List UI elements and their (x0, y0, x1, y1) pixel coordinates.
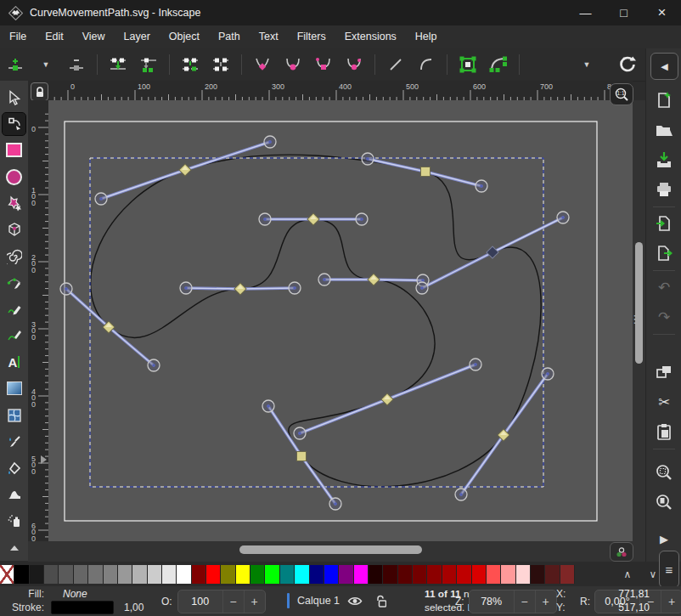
palette-swatch[interactable] (0, 565, 14, 584)
fill-stroke-indicator[interactable]: Fill: None Stroke: 1,00 (3, 587, 160, 614)
tool-paint-bucket[interactable] (3, 457, 25, 479)
tool-selector[interactable] (3, 87, 25, 109)
palette-swatch[interactable] (88, 565, 103, 584)
palette-swatch[interactable] (457, 565, 471, 584)
palette-swatch[interactable] (413, 565, 427, 584)
undo-button[interactable]: ↶ (646, 276, 681, 298)
tool-pen[interactable] (3, 272, 25, 294)
menu-item-edit[interactable]: Edit (36, 25, 73, 48)
make-corner-node-button[interactable] (251, 53, 273, 76)
fill-value[interactable]: None (63, 588, 87, 601)
tool-node-editor[interactable] (3, 113, 25, 135)
tool-box3d[interactable] (3, 218, 25, 240)
duplicate-button[interactable] (646, 361, 681, 383)
insert-node-button[interactable] (4, 53, 26, 76)
rotate-handles-button[interactable] (616, 53, 639, 76)
cut-button[interactable]: ✂ (646, 391, 681, 413)
zoom-spinbox[interactable]: 78% − + (469, 590, 557, 613)
vertical-scrollbar-thumb[interactable] (635, 242, 643, 364)
make-symmetric-node-button[interactable] (312, 53, 335, 76)
layer-name[interactable]: Calque 1 (297, 595, 340, 607)
palette-swatch[interactable] (206, 565, 221, 584)
palette-swatch[interactable] (192, 565, 206, 584)
join-nodes-button[interactable] (107, 53, 129, 76)
palette-swatch[interactable] (398, 565, 413, 584)
palette-swatch[interactable] (14, 565, 29, 584)
palette-swatch[interactable] (236, 565, 250, 584)
palette-swatch[interactable] (59, 565, 73, 584)
collapse-panel-button[interactable]: ◀ (650, 53, 678, 80)
menu-item-filters[interactable]: Filters (288, 25, 335, 48)
palette-swatch[interactable] (265, 565, 279, 584)
palette-swatch[interactable] (104, 565, 118, 584)
palette-swatch[interactable] (132, 565, 147, 584)
tool-pencil[interactable] (3, 298, 25, 320)
new-document-button[interactable] (646, 89, 681, 111)
palette-swatch[interactable] (118, 565, 132, 584)
palette-swatch[interactable] (427, 565, 442, 584)
export-button[interactable] (646, 242, 681, 264)
tool-mesh-gradient[interactable] (3, 404, 25, 427)
maximize-button[interactable]: □ (605, 0, 643, 25)
opacity-spinbox[interactable]: 100 − + (177, 590, 266, 613)
menu-item-object[interactable]: Object (160, 25, 209, 48)
make-segment-line-button[interactable] (385, 53, 407, 76)
palette-menu-button[interactable]: ≡ (659, 551, 679, 588)
stroke-to-path-button[interactable] (487, 53, 509, 76)
import-button[interactable] (646, 212, 681, 235)
color-managed-display-button[interactable] (610, 542, 633, 562)
menu-item-path[interactable]: Path (209, 25, 250, 48)
save-document-button[interactable] (646, 149, 681, 171)
palette-swatch[interactable] (369, 565, 383, 584)
canvas[interactable] (48, 100, 633, 541)
menu-item-extensions[interactable]: Extensions (335, 25, 406, 48)
palette-swatch[interactable] (310, 565, 324, 584)
palette-swatch[interactable] (324, 565, 339, 584)
zoom-increase-button[interactable]: + (535, 591, 556, 613)
palette-swatch[interactable] (383, 565, 397, 584)
vertical-ruler[interactable]: 0100200300400500600 (28, 100, 48, 541)
palette-swatch[interactable] (44, 565, 59, 584)
toolbox-overflow[interactable] (3, 536, 25, 558)
tool-dropper[interactable] (3, 431, 25, 453)
palette-swatch[interactable] (280, 565, 295, 584)
palette-swatch[interactable] (354, 565, 369, 584)
path-node-cusp[interactable] (421, 167, 431, 177)
tool-star[interactable] (3, 192, 25, 214)
expand-commands-button[interactable]: ▶ (646, 528, 681, 550)
make-smooth-node-button[interactable] (282, 53, 304, 76)
palette-swatch[interactable] (221, 565, 235, 584)
palette-swatch[interactable] (162, 565, 177, 584)
break-nodes-button[interactable] (179, 53, 201, 76)
palette-swatch[interactable] (295, 565, 309, 584)
zoom-selection-button[interactable] (646, 461, 681, 483)
opacity-decrease-button[interactable]: − (222, 591, 244, 613)
tool-tweak[interactable] (3, 483, 25, 506)
palette-scroll-up-button[interactable]: ∧ (615, 568, 640, 580)
redo-button[interactable]: ↷ (646, 306, 681, 328)
rotation-increase-button[interactable]: + (661, 591, 681, 613)
make-segment-curve-button[interactable] (415, 53, 437, 76)
tool-text[interactable]: A (3, 351, 25, 373)
opacity-increase-button[interactable]: + (244, 591, 265, 613)
palette-swatch[interactable] (148, 565, 162, 584)
menu-item-layer[interactable]: Layer (115, 25, 160, 48)
palette-swatch[interactable] (442, 565, 457, 584)
minimize-button[interactable]: — (566, 0, 605, 25)
layer-visibility-icon[interactable] (347, 596, 363, 607)
tool-spiral[interactable] (3, 246, 25, 268)
open-document-button[interactable] (646, 119, 681, 141)
lock-rulers-button[interactable] (31, 82, 48, 101)
stroke-swatch[interactable] (51, 601, 114, 614)
palette-swatch[interactable] (250, 565, 265, 584)
more-options-dropdown[interactable]: ▼ (576, 53, 598, 76)
tool-gradient[interactable] (3, 377, 25, 399)
palette-swatch[interactable] (516, 565, 531, 584)
opacity-value[interactable]: 100 (178, 596, 222, 608)
horizontal-scrollbar[interactable] (28, 541, 645, 562)
palette-swatch[interactable] (531, 565, 545, 584)
delete-segment-button[interactable] (210, 53, 232, 76)
menu-item-file[interactable]: File (0, 25, 36, 48)
print-button[interactable] (646, 178, 681, 201)
menu-item-view[interactable]: View (73, 25, 115, 48)
